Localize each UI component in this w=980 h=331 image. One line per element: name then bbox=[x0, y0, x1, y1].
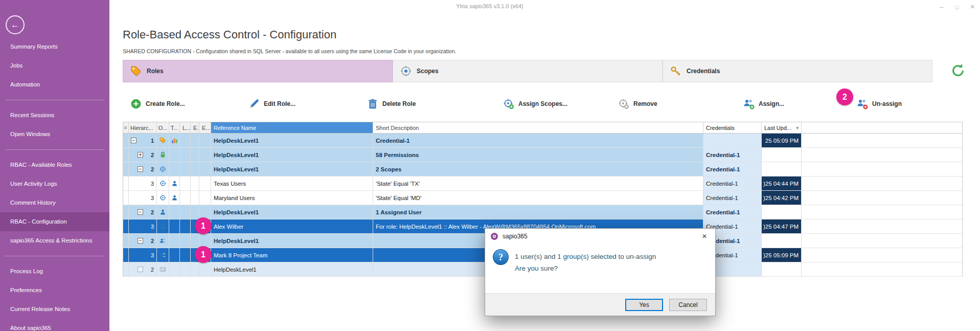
row-expander[interactable]: − bbox=[138, 238, 143, 244]
row-credentials[interactable]: Credential-1 bbox=[703, 162, 762, 176]
row-hierarchy-cell[interactable]: 3 bbox=[129, 176, 157, 190]
row-reference-name[interactable]: Alex Wilber bbox=[211, 219, 373, 233]
dialog-close-button[interactable]: ✕ bbox=[694, 229, 715, 244]
row-hierarchy-cell[interactable]: −2 bbox=[129, 234, 157, 248]
col-header-last-updated[interactable]: Last Upd... ▾ bbox=[762, 122, 802, 134]
sidebar-item-about-sapio365[interactable]: About sapio365 bbox=[0, 319, 109, 331]
sidebar-item-user-activity-logs[interactable]: User Activity Logs bbox=[0, 174, 109, 193]
sidebar-item-open-windows[interactable]: Open Windows bbox=[0, 125, 109, 144]
assign-button[interactable]: Assign... bbox=[743, 94, 784, 114]
back-button[interactable]: ← bbox=[6, 15, 25, 34]
sidebar-item-current-release-notes[interactable]: Current Release Notes bbox=[0, 300, 109, 319]
sidebar-item-automation[interactable]: Automation bbox=[0, 75, 109, 94]
row-hierarchy-cell[interactable]: 3 bbox=[129, 219, 157, 233]
table-row-4[interactable]: 3Texas Users'State' Equal 'TX'Credential… bbox=[123, 176, 962, 191]
row-reference-name[interactable]: HelpDeskLevel1 bbox=[211, 205, 373, 219]
minimize-button[interactable]: ─ bbox=[934, 0, 949, 14]
row-short-description[interactable]: 'State' Equal 'MD' bbox=[373, 191, 703, 205]
row-short-description[interactable]: Credential-1 bbox=[373, 134, 703, 147]
row-last-updated[interactable]: )25 05:09 PM bbox=[762, 248, 802, 262]
row-last-updated[interactable]: )25 04:44 PM bbox=[762, 176, 802, 190]
row-expander[interactable]: − bbox=[138, 166, 143, 172]
table-row-2[interactable]: +2HelpDeskLevel158 PermissionsCredential… bbox=[123, 148, 962, 162]
row-last-updated[interactable]: 25 05:09 PM bbox=[762, 134, 802, 147]
row-hierarchy-cell[interactable]: −1 bbox=[129, 134, 157, 147]
row-short-description[interactable]: 'State' Equal 'TX' bbox=[373, 176, 703, 190]
row-last-updated[interactable] bbox=[762, 148, 802, 162]
col-header-short-description[interactable]: Short Description bbox=[373, 122, 703, 134]
row-reference-name[interactable]: Mark 8 Project Team bbox=[211, 248, 373, 262]
table-row-3[interactable]: −2HelpDeskLevel12 ScopesCredential-1 bbox=[123, 162, 962, 176]
create-role-button[interactable]: Create Role... bbox=[130, 94, 185, 114]
scope-remove-icon bbox=[618, 98, 629, 109]
row-expander[interactable]: − bbox=[131, 138, 136, 143]
sidebar-item-recent-sessions[interactable]: Recent Sessions bbox=[0, 106, 109, 125]
row-hierarchy-cell[interactable]: 2 bbox=[129, 262, 157, 276]
row-reference-name[interactable]: HelpDeskLevel1 bbox=[211, 134, 373, 147]
row-credentials[interactable]: Credential-1 bbox=[703, 176, 762, 190]
row-short-description[interactable]: 2 Scopes bbox=[373, 162, 703, 176]
lock-column-header[interactable] bbox=[123, 122, 129, 134]
col-header-reference-name[interactable]: Reference Name bbox=[211, 122, 373, 134]
assign-scopes-button[interactable]: Assign Scopes... bbox=[503, 94, 567, 114]
col-header-credentials[interactable]: Credentials bbox=[703, 122, 762, 134]
row-reference-name[interactable]: HelpDeskLevel1 bbox=[211, 262, 373, 276]
row-last-updated[interactable]: )25 04:47 PM bbox=[762, 219, 802, 233]
tab-roles[interactable]: Roles bbox=[123, 60, 393, 82]
maximize-button[interactable]: □ bbox=[949, 0, 965, 14]
row-hierarchy-cell[interactable]: 3 bbox=[129, 248, 157, 262]
tab-scopes[interactable]: Scopes bbox=[393, 60, 663, 82]
close-button[interactable]: ✕ bbox=[965, 0, 980, 14]
row-hierarchy-cell[interactable]: −2 bbox=[129, 205, 157, 219]
row-hierarchy-cell[interactable]: +2 bbox=[129, 148, 157, 162]
table-row-1[interactable]: −1HelpDeskLevel1Credential-125 05:09 PM bbox=[123, 134, 962, 148]
row-credentials[interactable]: Credential-1 bbox=[703, 148, 762, 162]
row-last-updated[interactable]: )25 04:42 PM bbox=[762, 191, 802, 205]
unassign-button[interactable]: Un-assign bbox=[857, 94, 902, 114]
row-last-updated[interactable] bbox=[762, 234, 802, 248]
row-short-description[interactable]: 1 Assigned User bbox=[373, 205, 703, 219]
col-header-e2[interactable]: E... bbox=[199, 122, 211, 134]
cancel-button[interactable]: Cancel bbox=[669, 299, 707, 311]
yes-button[interactable]: Yes bbox=[625, 299, 663, 311]
row-credentials[interactable] bbox=[703, 134, 762, 147]
row-credentials[interactable]: Credential-1 bbox=[703, 205, 762, 219]
row-short-description[interactable]: 58 Permissions bbox=[373, 148, 703, 162]
row-last-updated[interactable] bbox=[762, 162, 802, 176]
row-empty-cell bbox=[180, 162, 191, 176]
col-header-t[interactable]: T... bbox=[169, 122, 180, 134]
table-header-row: Hierarc... O... T... L... E... E... Refe… bbox=[123, 122, 962, 134]
tab-credentials[interactable]: Credentials bbox=[663, 60, 932, 82]
sidebar-item-sapio365-access-restrictions[interactable]: sapio365 Access & Restrictions bbox=[0, 231, 109, 250]
row-last-updated[interactable] bbox=[762, 205, 802, 219]
table-row-6[interactable]: −2HelpDeskLevel11 Assigned UserCredentia… bbox=[123, 205, 962, 219]
sidebar-item-rbac-configuration[interactable]: RBAC - Configuration bbox=[0, 212, 109, 231]
row-expander[interactable]: + bbox=[138, 152, 143, 158]
col-header-o[interactable]: O... bbox=[157, 122, 169, 134]
sidebar-item-process-log[interactable]: Process Log bbox=[0, 262, 109, 281]
col-header-hierarchy[interactable]: Hierarc... bbox=[129, 122, 157, 134]
row-reference-name[interactable]: HelpDeskLevel1 bbox=[211, 162, 373, 176]
delete-role-button[interactable]: Delete Role bbox=[367, 94, 416, 114]
table-row-5[interactable]: 3Maryland Users'State' Equal 'MD'Credent… bbox=[123, 191, 962, 205]
sidebar-item-preferences[interactable]: Preferences bbox=[0, 281, 109, 300]
sidebar-item-summary-reports[interactable]: Summary Reports bbox=[0, 37, 109, 56]
refresh-button[interactable] bbox=[950, 63, 967, 79]
sidebar-item-rbac-available-roles[interactable]: RBAC - Available Roles bbox=[0, 156, 109, 174]
col-header-e1[interactable]: E... bbox=[191, 122, 199, 134]
row-reference-name[interactable]: HelpDeskLevel1 bbox=[211, 148, 373, 162]
row-hierarchy-cell[interactable]: 3 bbox=[129, 191, 157, 205]
row-credentials[interactable]: Credential-1 bbox=[703, 191, 762, 205]
row-reference-name[interactable]: Texas Users bbox=[211, 176, 373, 190]
col-header-l[interactable]: L... bbox=[180, 122, 191, 134]
row-hierarchy-cell[interactable]: −2 bbox=[129, 162, 157, 176]
row-last-updated[interactable] bbox=[762, 262, 802, 276]
row-reference-name[interactable]: HelpDeskLevel1 bbox=[211, 234, 373, 248]
row-reference-name[interactable]: Maryland Users bbox=[211, 191, 373, 205]
sidebar-item-comment-history[interactable]: Comment History bbox=[0, 193, 109, 212]
row-expander[interactable]: − bbox=[138, 209, 143, 215]
edit-role-button[interactable]: Edit Role... bbox=[248, 94, 295, 114]
remove-button[interactable]: Remove bbox=[618, 94, 657, 114]
sidebar-item-jobs[interactable]: Jobs bbox=[0, 56, 109, 75]
row-checkbox[interactable] bbox=[138, 267, 143, 272]
